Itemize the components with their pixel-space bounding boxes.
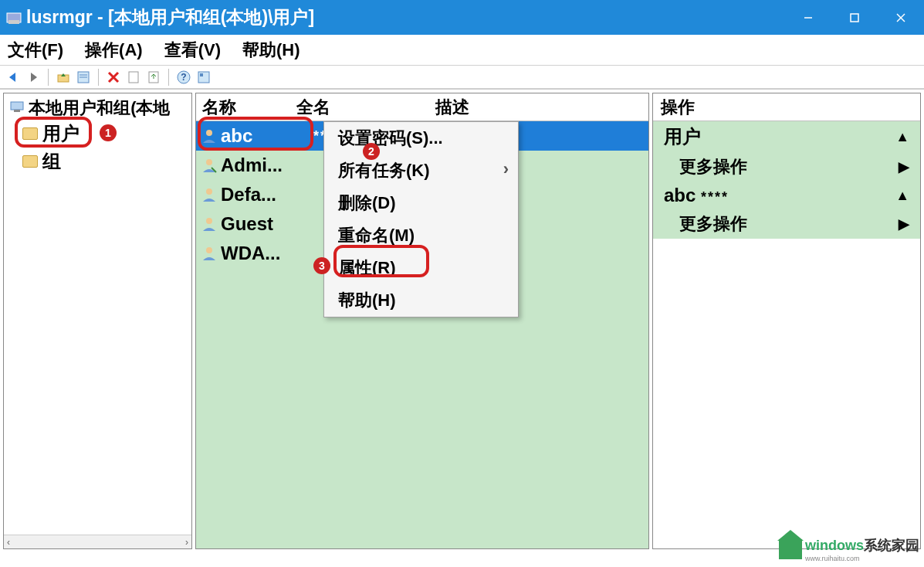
tree-scrollbar[interactable]: ‹›: [4, 535, 191, 548]
list-body: abc **** Admi... 机(域)的... Defa... 的用户帐..…: [196, 121, 648, 268]
user-icon: [201, 186, 218, 203]
svg-point-18: [206, 130, 212, 136]
menu-help[interactable]: 帮助(H): [242, 39, 300, 62]
svg-point-21: [206, 218, 212, 224]
action-more-1[interactable]: 更多操作 ▶: [653, 152, 920, 182]
back-icon[interactable]: [5, 69, 22, 86]
column-name[interactable]: 名称: [196, 96, 296, 119]
svg-point-19: [206, 159, 212, 165]
svg-text:?: ?: [181, 72, 186, 83]
action-more-2[interactable]: 更多操作 ▶: [653, 209, 920, 239]
tree-root[interactable]: 本地用户和组(本地: [4, 93, 191, 120]
svg-rect-15: [200, 73, 203, 76]
column-description[interactable]: 描述: [435, 96, 648, 119]
list-pane: 名称 全名 描述 abc **** Admi... 机(域)的... Defa.…: [195, 93, 649, 549]
svg-rect-17: [14, 110, 20, 112]
menu-file[interactable]: 文件(F): [8, 39, 63, 62]
action-section-users: 用户 ▲ 更多操作 ▶ abc **** ▲ 更多操作 ▶: [653, 121, 920, 239]
ctx-properties[interactable]: 属性(R): [324, 252, 518, 284]
menu-action[interactable]: 操作(A): [85, 39, 143, 62]
user-icon: [201, 216, 218, 233]
folder-icon: [22, 127, 38, 140]
chevron-right-icon: ▶: [899, 216, 909, 233]
action-pane: 操作 用户 ▲ 更多操作 ▶ abc **** ▲ 更多操作 ▶: [652, 93, 921, 549]
action-header: 操作: [653, 93, 920, 121]
app-icon: [6, 10, 22, 25]
page-icon[interactable]: [125, 69, 142, 86]
folder-icon: [22, 155, 38, 168]
export-icon[interactable]: [145, 69, 162, 86]
context-menu: 设置密码(S)... 所有任务(K) 删除(D) 重命名(M) 属性(R) 帮助…: [323, 121, 519, 317]
user-icon: [201, 157, 218, 174]
maximize-button[interactable]: [831, 0, 878, 35]
tree-pane: 本地用户和组(本地 用户 组 1 ‹›: [3, 93, 192, 549]
ctx-help[interactable]: 帮助(H): [324, 284, 518, 317]
toolbar: ?: [0, 66, 924, 89]
user-icon: [201, 127, 218, 144]
forward-icon[interactable]: [25, 69, 42, 86]
help-icon[interactable]: ?: [175, 69, 192, 86]
minimize-button[interactable]: [785, 0, 831, 35]
column-fullname[interactable]: 全名: [296, 96, 435, 119]
tree-item-users[interactable]: 用户: [4, 120, 191, 148]
svg-point-20: [206, 188, 212, 195]
up-folder-icon[interactable]: [55, 69, 72, 86]
main-area: 本地用户和组(本地 用户 组 1 ‹› 名称 全名 描述 abc ****: [0, 89, 924, 552]
action-users-title[interactable]: 用户 ▲: [653, 121, 920, 152]
menu-bar: 文件(F) 操作(A) 查看(V) 帮助(H): [0, 35, 924, 66]
svg-rect-16: [11, 102, 23, 110]
ctx-set-password[interactable]: 设置密码(S)...: [324, 122, 518, 154]
svg-point-22: [206, 247, 212, 253]
watermark: windows系统家园 www.ruihaitu.com: [779, 536, 919, 562]
user-icon: [201, 245, 218, 262]
chevron-up-icon: ▲: [895, 129, 909, 145]
ctx-delete[interactable]: 删除(D): [324, 187, 518, 219]
ctx-all-tasks[interactable]: 所有任务(K): [324, 154, 518, 187]
window-title: lusrmgr - [本地用户和组(本地)\用户]: [26, 5, 314, 29]
tree-item-groups[interactable]: 组: [4, 148, 191, 175]
close-button[interactable]: [878, 0, 924, 35]
menu-view[interactable]: 查看(V): [164, 39, 221, 62]
title-bar: lusrmgr - [本地用户和组(本地)\用户]: [0, 0, 924, 35]
list-header: 名称 全名 描述: [196, 93, 648, 121]
view-icon[interactable]: [195, 69, 212, 86]
svg-rect-1: [8, 20, 19, 24]
properties-icon[interactable]: [75, 69, 92, 86]
chevron-up-icon: ▲: [895, 188, 909, 204]
svg-rect-10: [129, 72, 138, 83]
delete-icon[interactable]: [105, 69, 122, 86]
svg-rect-3: [851, 14, 858, 22]
ctx-rename[interactable]: 重命名(M): [324, 219, 518, 252]
action-abc-title[interactable]: abc **** ▲: [653, 182, 920, 209]
chevron-right-icon: ▶: [899, 158, 909, 175]
computer-icon: [10, 98, 24, 112]
house-icon: [779, 539, 802, 559]
